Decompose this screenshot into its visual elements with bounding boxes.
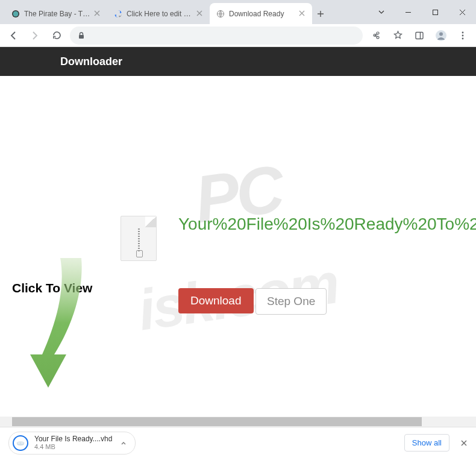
browser-tab-2[interactable]: Download Ready (210, 3, 312, 24)
maximize-button[interactable] (422, 3, 449, 21)
download-item[interactable]: Your File Is Ready....vhd 4.4 MB (8, 432, 136, 455)
svg-point-10 (462, 37, 464, 39)
recaptcha-favicon (113, 9, 123, 19)
lock-icon (77, 31, 86, 40)
new-tab-button[interactable] (312, 3, 329, 24)
tab-title: Download Ready (229, 10, 295, 18)
reload-button[interactable] (48, 27, 65, 44)
svg-rect-4 (79, 35, 84, 39)
svg-point-9 (462, 34, 464, 36)
menu-icon[interactable] (454, 27, 471, 44)
window-titlebar: The Pirate Bay - The gal Click Here to e… (0, 0, 476, 24)
close-icon[interactable] (460, 439, 468, 447)
close-icon[interactable] (196, 10, 204, 17)
close-icon[interactable] (299, 10, 306, 17)
arrow-down-icon (24, 258, 102, 397)
tab-title: The Pirate Bay - The gal (24, 10, 90, 18)
window-controls (368, 0, 476, 24)
page-title: Downloader (60, 55, 122, 68)
minimize-button[interactable] (395, 3, 422, 21)
browser-tab-1[interactable]: Click Here to edit your L (107, 3, 210, 24)
svg-point-7 (439, 32, 443, 36)
star-icon[interactable] (389, 27, 406, 44)
ready-headline: Your%20File%20Is%20Ready%20To%20 (178, 215, 476, 234)
downloads-bar: Your File Is Ready....vhd 4.4 MB Show al… (0, 427, 476, 458)
profile-icon[interactable] (433, 27, 449, 44)
back-button[interactable] (5, 27, 22, 44)
disc-file-icon (13, 435, 28, 451)
svg-point-1 (13, 11, 19, 16)
forward-button[interactable] (27, 27, 43, 44)
browser-tab-0[interactable]: The Pirate Bay - The gal (5, 3, 107, 24)
close-window-button[interactable] (449, 3, 476, 21)
svg-point-8 (462, 31, 464, 33)
share-icon[interactable] (368, 27, 384, 44)
svg-rect-3 (433, 10, 438, 14)
download-text: Your File Is Ready....vhd 4.4 MB (34, 435, 112, 450)
svg-point-13 (20, 442, 22, 443)
download-button[interactable]: Download (178, 288, 254, 313)
chevron-up-icon[interactable] (121, 440, 127, 446)
zip-file-icon (121, 216, 157, 261)
address-bar[interactable] (70, 27, 363, 45)
step-one-button[interactable]: Step One (255, 288, 327, 315)
watermark-text: PC (0, 123, 476, 265)
pirate-favicon (11, 9, 20, 19)
globe-favicon (216, 9, 225, 19)
tab-strip: The Pirate Bay - The gal Click Here to e… (0, 3, 368, 24)
sidepanel-icon[interactable] (411, 27, 428, 44)
scrollbar-thumb[interactable] (12, 417, 422, 426)
tab-title: Click Here to edit your L (127, 10, 193, 18)
download-filesize: 4.4 MB (34, 443, 112, 450)
page-header: Downloader (0, 47, 476, 76)
click-to-view-label: Click To View (12, 281, 92, 295)
svg-rect-5 (416, 32, 423, 39)
download-filename: Your File Is Ready....vhd (34, 435, 112, 443)
horizontal-scrollbar[interactable] (0, 417, 476, 427)
close-icon[interactable] (94, 10, 101, 17)
chevron-down-icon[interactable] (368, 3, 395, 21)
browser-toolbar (0, 24, 476, 47)
page-content: Downloader PC isk.com Your%20File%20Is%2… (0, 47, 476, 427)
show-all-button[interactable]: Show all (404, 434, 449, 452)
